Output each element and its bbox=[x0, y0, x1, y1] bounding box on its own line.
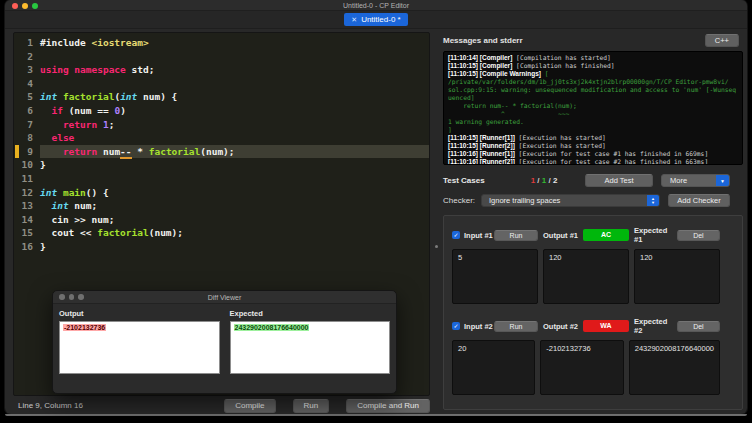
line-number: 15 bbox=[14, 226, 40, 240]
code-line[interactable]: 5int factorial(int num) { bbox=[14, 90, 429, 104]
checker-label: Checker: bbox=[443, 196, 475, 205]
code-line[interactable]: 14 cin >> num; bbox=[14, 213, 429, 227]
log-line: [11:10:15] [Runner[1]] [Execution has st… bbox=[448, 134, 738, 142]
code-line[interactable]: 7 return 1; bbox=[14, 118, 429, 132]
input-box[interactable]: 5 bbox=[452, 249, 538, 304]
diff-expected-label: Expected bbox=[230, 309, 391, 318]
line-number: 12 bbox=[14, 186, 40, 200]
line-number: 6 bbox=[14, 104, 40, 118]
tab-close-icon[interactable]: ✕ bbox=[351, 13, 357, 26]
chevron-down-icon[interactable]: ▼ bbox=[716, 174, 729, 187]
log-line: [11:10:15] [Compiler] [Compilation has f… bbox=[448, 62, 738, 70]
line-number: 2 bbox=[14, 50, 40, 64]
more-dropdown[interactable]: More ▼ bbox=[661, 174, 730, 187]
expected-header-cell: Expected #2 Del bbox=[634, 317, 720, 335]
code-line[interactable]: 6 if (num == 0) bbox=[14, 104, 429, 118]
output-box[interactable]: 120 bbox=[543, 249, 629, 304]
window-titlebar[interactable]: Untitled-0 - CP Editor bbox=[5, 0, 747, 11]
code-text: using namespace std; bbox=[40, 63, 429, 77]
count-total: 2 bbox=[553, 176, 557, 185]
diff-viewer-body: Output -2102132736 Expected 243290200817… bbox=[53, 304, 396, 374]
checker-row: Checker: Ignore trailing spaces ▲ ▼ Add … bbox=[443, 193, 743, 208]
select-stepper-icon[interactable]: ▲ ▼ bbox=[647, 194, 659, 207]
code-line[interactable]: 9 return num-- * factorial(num); bbox=[14, 145, 429, 159]
output-box[interactable]: -2102132736 bbox=[540, 340, 623, 395]
run-testcase-button[interactable]: Run bbox=[494, 321, 538, 332]
code-line[interactable]: 4 bbox=[14, 77, 429, 91]
testcase-checkbox[interactable]: ✓ bbox=[452, 231, 460, 239]
code-line[interactable]: 13 int num; bbox=[14, 199, 429, 213]
close-window-icon[interactable] bbox=[12, 3, 18, 9]
code-line[interactable]: 11 bbox=[14, 172, 429, 186]
testcase-block: ✓ Input #1 Run Output #1 AC Expected #1 … bbox=[452, 226, 720, 304]
zoom-window-icon[interactable] bbox=[32, 3, 38, 9]
compile-and-run-button[interactable]: Compile and Run bbox=[346, 399, 430, 413]
code-line[interactable]: 8 else bbox=[14, 131, 429, 145]
diff-viewer-titlebar[interactable]: Diff Viewer bbox=[53, 291, 396, 304]
line-number: 10 bbox=[14, 158, 40, 172]
line-number: 9 bbox=[14, 145, 40, 159]
expected-header-cell: Expected #1 Del bbox=[634, 226, 720, 244]
diff-viewer-title: Diff Viewer bbox=[53, 294, 396, 301]
diff-output-box[interactable]: -2102132736 bbox=[59, 321, 220, 374]
output-label: Output #1 bbox=[543, 231, 578, 240]
code-line[interactable]: 10} bbox=[14, 158, 429, 172]
add-test-button[interactable]: Add Test bbox=[585, 174, 653, 187]
code-line[interactable]: 16} bbox=[14, 240, 429, 254]
log-line: ] bbox=[448, 126, 738, 134]
add-checker-button[interactable]: Add Checker bbox=[668, 194, 730, 207]
code-text: #include <iostream> bbox=[40, 36, 429, 50]
code-line[interactable]: 1#include <iostream> bbox=[14, 36, 429, 50]
verdict-counts: 1 / 1 / 2 bbox=[531, 176, 558, 185]
diff-expected-box[interactable]: 2432902008176640000 bbox=[230, 321, 391, 374]
testcases-title: Test Cases bbox=[443, 176, 485, 185]
testcase-boxes: 5 120 120 bbox=[452, 249, 720, 304]
code-text: } bbox=[40, 158, 429, 172]
line-number: 1 bbox=[14, 36, 40, 50]
diff-minimize-window-icon[interactable] bbox=[69, 294, 75, 300]
expected-box[interactable]: 2432902008176640000 bbox=[629, 340, 720, 395]
language-button[interactable]: C++ bbox=[705, 34, 739, 47]
diff-output-column: Output -2102132736 bbox=[59, 307, 220, 374]
code-text: } bbox=[40, 240, 429, 254]
testcase-header: ✓ Input #1 Run Output #1 AC Expected #1 … bbox=[452, 226, 720, 244]
console-log[interactable]: [11:10:14] [Compiler] [Compilation has s… bbox=[443, 51, 743, 165]
splitter-handle[interactable] bbox=[430, 32, 443, 412]
code-text: return num-- * factorial(num); bbox=[40, 145, 429, 159]
code-line[interactable]: 12int main() { bbox=[14, 186, 429, 200]
diff-output-label: Output bbox=[59, 309, 220, 318]
code-text: else bbox=[40, 131, 429, 145]
log-line: /private/var/folders/dm/1b_jj0ts3xj2k4xt… bbox=[448, 78, 738, 86]
tab-untitled-0[interactable]: ✕ Untitled-0 * bbox=[344, 13, 407, 26]
run-button[interactable]: Run bbox=[293, 399, 330, 413]
testcase-checkbox[interactable]: ✓ bbox=[452, 322, 460, 330]
diff-viewer-window[interactable]: Diff Viewer Output -2102132736 Expected … bbox=[52, 290, 397, 394]
delete-testcase-button[interactable]: Del bbox=[677, 230, 720, 241]
diff-close-window-icon[interactable] bbox=[59, 294, 65, 300]
run-testcase-button[interactable]: Run bbox=[494, 230, 538, 241]
cursor-position: Line 9, Column 16 bbox=[13, 401, 83, 410]
code-line[interactable]: 3using namespace std; bbox=[14, 63, 429, 77]
code-text: return 1; bbox=[40, 118, 429, 132]
diff-zoom-window-icon[interactable] bbox=[78, 294, 84, 300]
checker-select[interactable]: Ignore trailing spaces ▲ ▼ bbox=[481, 194, 660, 207]
expected-box[interactable]: 120 bbox=[634, 249, 720, 304]
input-box[interactable]: 20 bbox=[452, 340, 535, 395]
compile-button[interactable]: Compile bbox=[224, 399, 275, 413]
log-line: [11:10:15] [Compile Warnings] [ bbox=[448, 70, 738, 78]
code-line[interactable]: 15 cout << factorial(num); bbox=[14, 226, 429, 240]
stepper-down-icon: ▼ bbox=[651, 201, 655, 205]
code-line[interactable]: 2 bbox=[14, 50, 429, 64]
log-line: [11:10:16] [Runner[1]] [Execution for te… bbox=[448, 150, 738, 158]
diff-output-value: -2102132736 bbox=[63, 324, 106, 331]
messages-title: Messages and stderr bbox=[443, 36, 523, 45]
code-text bbox=[40, 172, 429, 186]
tab-bar: ✕ Untitled-0 * bbox=[5, 11, 747, 29]
testcase-block: ✓ Input #2 Run Output #2 WA Expected #2 … bbox=[452, 317, 720, 395]
delete-testcase-button[interactable]: Del bbox=[677, 321, 720, 332]
tab-label: Untitled-0 * bbox=[361, 13, 401, 26]
input-header-cell: ✓ Input #2 Run bbox=[452, 317, 538, 335]
code-text bbox=[40, 77, 429, 91]
line-number: 14 bbox=[14, 213, 40, 227]
minimize-window-icon[interactable] bbox=[22, 3, 28, 9]
